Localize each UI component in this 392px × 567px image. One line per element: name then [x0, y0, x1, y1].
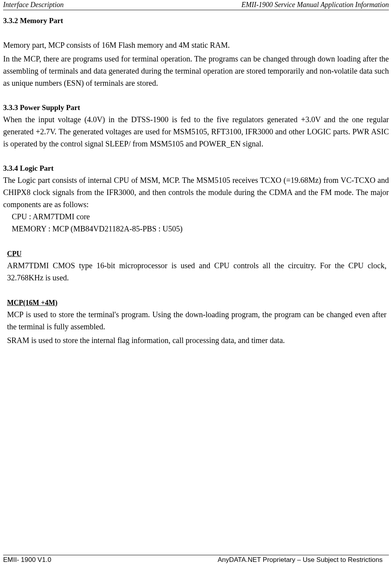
- heading-logic-part: 3.3.4 Logic Part: [3, 164, 389, 173]
- subheading-cpu: CPU: [7, 250, 389, 258]
- footer-right: AnyDATA.NET Proprietary – Use Subject to…: [218, 556, 389, 564]
- memory-para2: In the MCP, there are programs used for …: [3, 53, 389, 89]
- page-header: Interface Description EMII-1900 Service …: [3, 1, 389, 10]
- logic-para: The Logic part consists of internal CPU …: [3, 174, 389, 211]
- power-para: When the input voltage (4.0V) in the DTS…: [3, 114, 389, 150]
- heading-memory-part: 3.3.2 Memory Part: [3, 16, 389, 25]
- cpu-para: ARM7TDMI CMOS type 16-bit microprocessor…: [7, 260, 387, 284]
- memory-para1: Memory part, MCP consists of 16M Flash m…: [3, 39, 389, 51]
- subheading-mcp: MCP(16M +4M): [7, 299, 389, 307]
- logic-item-memory: MEMORY : MCP (MB84VD21182A-85-PBS : U505…: [12, 223, 389, 235]
- mcp-para1: MCP is used to store the terminal's prog…: [7, 309, 387, 333]
- header-left: Interface Description: [3, 1, 63, 9]
- mcp-para2: SRAM is used to store the internal flag …: [7, 334, 387, 347]
- header-right: EMII-1900 Service Manual Application Inf…: [241, 1, 389, 9]
- footer-left: EMII- 1900 V1.0: [3, 556, 51, 564]
- page-footer: EMII- 1900 V1.0 AnyDATA.NET Proprietary …: [3, 555, 389, 564]
- heading-power-supply: 3.3.3 Power Supply Part: [3, 103, 389, 112]
- logic-item-cpu: CPU : ARM7TDMI core: [12, 211, 389, 223]
